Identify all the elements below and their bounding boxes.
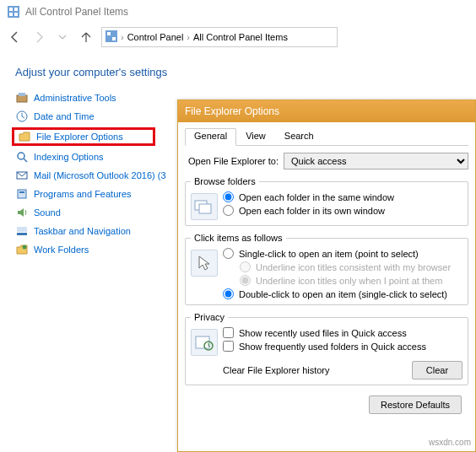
chevron-right-icon[interactable]: ›: [121, 32, 124, 42]
browse-legend: Browse folders: [191, 176, 259, 186]
sound-icon: [15, 206, 29, 219]
cp-item-label: Administrative Tools: [34, 93, 116, 103]
svg-rect-7: [112, 37, 116, 40]
window-titlebar: All Control Panel Items: [0, 0, 476, 24]
radio-own-window[interactable]: Open each folder in its own window: [223, 205, 462, 216]
svg-rect-8: [17, 95, 27, 102]
radio-double-click[interactable]: Double-click to open an item (single-cli…: [223, 288, 462, 299]
svg-point-18: [23, 245, 27, 250]
address-bar[interactable]: › Control Panel › All Control Panel Item…: [101, 27, 338, 47]
svg-rect-20: [199, 204, 211, 213]
breadcrumb-leaf[interactable]: All Control Panel Items: [193, 32, 288, 42]
radio-underline-point: Underline icon titles only when I point …: [240, 275, 462, 286]
click-legend: Click items as follows: [191, 233, 286, 243]
svg-rect-6: [107, 32, 111, 35]
svg-rect-2: [14, 8, 18, 11]
privacy-group: Privacy Show recently used files in Quic…: [185, 312, 468, 385]
cp-item-admin-tools[interactable]: Administrative Tools: [15, 89, 177, 107]
cp-item-indexing[interactable]: Indexing Options: [15, 148, 177, 166]
clear-history-label: Clear File Explorer history: [223, 365, 405, 375]
tab-general[interactable]: General: [185, 128, 236, 146]
check-recent-files[interactable]: Show recently used files in Quick access: [223, 327, 462, 338]
watermark: wsxdn.com: [429, 438, 471, 447]
open-to-combo[interactable]: Quick access: [284, 153, 468, 170]
folder-options-icon: [18, 130, 31, 143]
taskbar-icon: [15, 224, 29, 238]
mail-icon: [15, 169, 29, 182]
svg-rect-4: [14, 13, 18, 16]
privacy-icon: [191, 329, 218, 356]
browse-folders-icon: [191, 193, 218, 220]
control-panel-icon: [7, 5, 20, 19]
cp-item-file-explorer-options[interactable]: File Explorer Options: [12, 127, 155, 146]
cp-item-label: Sound: [34, 207, 61, 218]
admin-tools-icon: [15, 91, 29, 105]
clock-icon: [15, 110, 29, 123]
svg-rect-1: [9, 8, 13, 11]
radio-same-window[interactable]: Open each folder in the same window: [223, 191, 462, 202]
cp-item-label: Indexing Options: [34, 152, 104, 162]
svg-rect-17: [17, 227, 27, 232]
nav-toolbar: › Control Panel › All Control Panel Item…: [0, 24, 476, 51]
click-items-icon: [191, 250, 218, 277]
cp-item-mail[interactable]: Mail (Microsoft Outlook 2016) (3: [15, 166, 177, 185]
svg-rect-3: [9, 13, 13, 16]
cp-item-label: File Explorer Options: [36, 132, 123, 142]
chevron-right-icon[interactable]: ›: [187, 32, 190, 42]
tab-search[interactable]: Search: [275, 128, 323, 146]
cp-item-label: Taskbar and Navigation: [34, 226, 131, 236]
tab-view[interactable]: View: [236, 128, 275, 146]
svg-rect-15: [19, 191, 24, 193]
breadcrumb-root[interactable]: Control Panel: [127, 32, 184, 42]
svg-rect-9: [19, 93, 25, 96]
file-explorer-options-dialog: File Explorer Options General View Searc…: [177, 100, 476, 452]
cp-item-sound[interactable]: Sound: [15, 203, 177, 222]
svg-line-12: [24, 159, 27, 162]
recent-locations-dropdown[interactable]: [54, 29, 71, 46]
dialog-title[interactable]: File Explorer Options: [178, 100, 475, 122]
up-button[interactable]: [78, 29, 95, 46]
page-heading: Adjust your computer's settings: [0, 51, 476, 83]
forward-button[interactable]: [30, 29, 47, 46]
restore-defaults-button[interactable]: Restore Defaults: [369, 396, 462, 414]
cp-item-work-folders[interactable]: Work Folders: [15, 240, 177, 259]
svg-rect-21: [196, 336, 209, 348]
control-panel-items: Administrative Tools Date and Time File …: [0, 83, 177, 259]
cp-item-label: Mail (Microsoft Outlook 2016) (3: [34, 170, 166, 180]
cp-item-label: Date and Time: [34, 111, 95, 121]
dialog-tabs: General View Search: [185, 127, 468, 146]
radio-underline-browser: Underline icon titles consistent with my…: [240, 261, 462, 272]
work-folders-icon: [15, 243, 29, 256]
click-items-group: Click items as follows Single-click to o…: [185, 233, 468, 305]
check-frequent-folders[interactable]: Show frequently used folders in Quick ac…: [223, 341, 462, 352]
browse-folders-group: Browse folders Open each folder in the s…: [185, 176, 468, 226]
programs-icon: [15, 187, 29, 201]
svg-point-11: [18, 153, 24, 159]
radio-single-click[interactable]: Single-click to open an item (point to s…: [223, 248, 462, 259]
cp-item-date-time[interactable]: Date and Time: [15, 107, 177, 126]
privacy-legend: Privacy: [191, 312, 228, 322]
open-to-label: Open File Explorer to:: [188, 156, 279, 166]
search-icon: [15, 150, 29, 164]
svg-rect-16: [17, 233, 27, 235]
window-title: All Control Panel Items: [25, 6, 128, 18]
back-button[interactable]: [7, 29, 24, 46]
svg-rect-14: [18, 190, 26, 198]
cp-item-taskbar[interactable]: Taskbar and Navigation: [15, 222, 177, 240]
cp-item-label: Work Folders: [34, 245, 89, 255]
cp-item-label: Programs and Features: [34, 189, 132, 199]
control-panel-icon: [105, 30, 117, 44]
clear-button[interactable]: Clear: [412, 361, 462, 379]
cp-item-programs[interactable]: Programs and Features: [15, 185, 177, 203]
